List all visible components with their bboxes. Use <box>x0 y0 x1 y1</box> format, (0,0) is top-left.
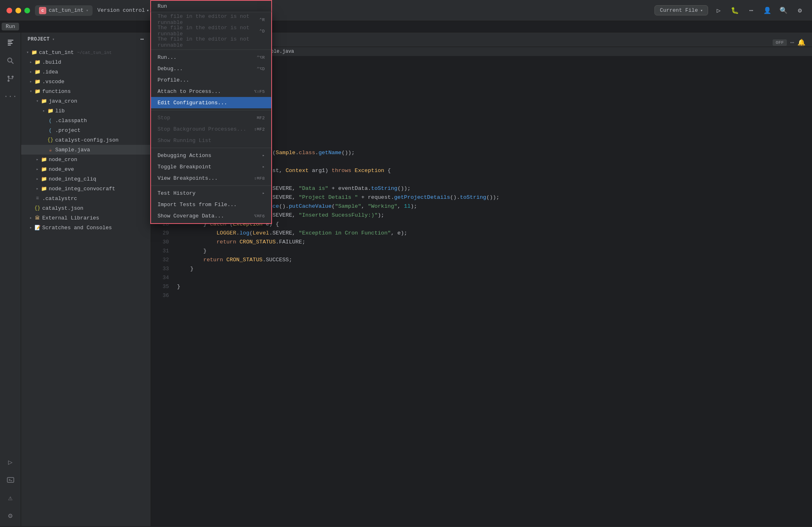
tree-item-catalyst-config[interactable]: {} catalyst-config.json <box>21 135 151 145</box>
tree-item-external-libraries[interactable]: 🏛 External Libraries <box>21 213 151 223</box>
more-editor-options[interactable]: ⋯ <box>790 39 794 47</box>
tree-item-node-integ-convocraft[interactable]: 📁 node_integ_convocraft <box>21 184 151 194</box>
run-debug-item[interactable]: Debug... ⌃⌥D <box>151 63 271 74</box>
project-icon: c <box>39 7 46 14</box>
tree-item-sample-java[interactable]: ☕ Sample.java <box>21 145 151 155</box>
debugging-actions-item[interactable]: Debugging Actions ▸ <box>151 150 271 161</box>
run-menu-disabled-2: The file in the editor is not runnable ⌃… <box>151 25 271 37</box>
attach-process-item[interactable]: Attach to Process... ⌥⇧F5 <box>151 86 271 97</box>
code-line: execute(CronRequest request, Context arg… <box>177 166 812 175</box>
tree-item-scratches[interactable]: 📝 Scratches and Consoles <box>21 223 151 232</box>
run-sidebar-icon[interactable]: ▷ <box>3 455 18 469</box>
debug-button[interactable]: 🐛 <box>729 5 741 16</box>
tree-item-project[interactable]: ( .project <box>21 125 151 135</box>
folder-icon: 📁 <box>41 185 47 192</box>
profile-icon[interactable]: 👤 <box>762 5 773 16</box>
search-sidebar-icon[interactable] <box>3 54 18 68</box>
problems-icon[interactable]: ⚠ <box>3 490 18 505</box>
folder-icon: 📁 <box>34 88 41 95</box>
more-sidebar-icon[interactable]: ··· <box>3 89 18 104</box>
sidebar-header-icons: ⋯ <box>140 36 144 43</box>
vcs-icon[interactable] <box>3 71 18 86</box>
sidebar: Project ▾ ⋯ 📁 cat_tun_int ~/cat_tun_int … <box>21 32 151 526</box>
tree-item-catalystrc[interactable]: ≡ .catalystrc <box>21 194 151 203</box>
settings-icon[interactable]: ⚙ <box>794 5 806 16</box>
run-run-item[interactable]: Run... ⌃⌥R <box>151 52 271 63</box>
activity-bar: ··· ▷ ⚠ ⚙ <box>0 32 21 526</box>
sidebar-title: Project ▾ <box>28 37 55 42</box>
code-line: } <box>177 247 812 256</box>
folder-icon: 📁 <box>41 156 47 163</box>
tree-item-root[interactable]: 📁 cat_tun_int ~/cat_tun_int <box>21 47 151 57</box>
code-line <box>177 77 812 86</box>
svg-point-4 <box>8 58 12 62</box>
folder-icon: 📁 <box>41 176 47 182</box>
sidebar-header: Project ▾ ⋯ <box>21 32 151 46</box>
code-line: return CRON_STATUS.FAILURE; <box>177 238 812 247</box>
tree-item-node-eve[interactable]: 📁 node_eve <box>21 164 151 174</box>
code-line <box>177 86 812 95</box>
tree-item-catalyst-json[interactable]: {} catalyst.json <box>21 203 151 213</box>
settings-sidebar-icon[interactable]: ⚙ <box>3 508 18 523</box>
tree-item-java-cron[interactable]: 📁 java_cron <box>21 96 151 106</box>
run-button[interactable]: ▷ <box>713 5 724 16</box>
tree-item-build[interactable]: 📁 .build <box>21 57 151 67</box>
run-menu: The file in the editor is not runnable ⌃… <box>150 12 272 224</box>
tree-arrow <box>28 88 34 95</box>
import-tests-item[interactable]: Import Tests from File... <box>151 199 271 210</box>
view-breakpoints-item[interactable]: View Breakpoints... ⇧⌘F8 <box>151 172 271 184</box>
run-profile-item[interactable]: Profile... <box>151 74 271 86</box>
close-button[interactable] <box>6 8 12 13</box>
code-line: LOGGER.log(Level.SEVERE, "Inserted Suces… <box>177 211 812 220</box>
toggle-breakpoint-item[interactable]: Toggle Breakpoint ▸ <box>151 161 271 172</box>
svg-rect-1 <box>8 41 12 42</box>
json-icon: {} <box>34 205 41 211</box>
code-line <box>177 122 812 131</box>
folder-icon: 📁 <box>41 166 47 172</box>
tree-item-idea[interactable]: 📁 .idea <box>21 67 151 77</box>
maximize-button[interactable] <box>24 8 30 13</box>
chevron-down-icon: ▾ <box>147 8 149 13</box>
tree-item-classpath[interactable]: ( .classpath <box>21 116 151 125</box>
chevron-down-icon: ▾ <box>700 8 703 13</box>
svg-rect-2 <box>8 43 13 44</box>
minimize-button[interactable] <box>15 8 21 13</box>
tree-item-lib[interactable]: 📁 lib <box>21 106 151 116</box>
code-line: } <box>177 282 812 291</box>
svg-point-7 <box>11 76 13 78</box>
code-line: } <box>177 265 812 273</box>
run-menu-disabled-1: The file in the editor is not runnable ⌃… <box>151 14 271 25</box>
tree-item-vscode[interactable]: 📁 .vscode <box>21 77 151 86</box>
more-options-button[interactable]: ⋯ <box>745 5 757 16</box>
code-line: LOGGER = Logger.getLogger(Sample.class.g… <box>177 148 812 157</box>
run-menu-item[interactable]: Run <box>2 23 19 30</box>
tree-arrow <box>28 69 34 75</box>
traffic-lights <box>6 8 30 13</box>
version-control-selector[interactable]: Version control ▾ <box>97 7 149 13</box>
code-line <box>177 175 812 184</box>
tree-arrow <box>24 49 31 56</box>
tree-arrow <box>34 185 41 192</box>
show-running-item: Show Running List <box>151 135 271 146</box>
project-selector[interactable]: c cat_tun_int ▾ <box>35 5 93 16</box>
tree-arrow <box>41 108 47 114</box>
show-coverage-item[interactable]: Show Coverage Data... ⌥⌘F6 <box>151 210 271 222</box>
tree-item-node-integ-cliq[interactable]: 📁 node_integ_cliq <box>21 174 151 184</box>
tree-arrow <box>34 166 41 172</box>
code-line: LOGGER.log(Level.SEVERE, "Data is" + eve… <box>177 184 812 193</box>
svg-rect-3 <box>8 45 11 45</box>
test-history-item[interactable]: Test History ▸ <box>151 187 271 199</box>
search-icon[interactable]: 🔍 <box>778 5 789 16</box>
explorer-icon[interactable] <box>3 36 18 50</box>
sidebar-settings-icon[interactable]: ⋯ <box>140 36 144 43</box>
edit-configurations-item[interactable]: Edit Configurations... <box>151 97 271 108</box>
chevron-down-icon: ▾ <box>86 8 89 13</box>
code-line <box>177 113 812 122</box>
terminal-icon[interactable] <box>3 473 18 487</box>
tree-item-functions[interactable]: 📁 functions <box>21 86 151 96</box>
current-file-selector[interactable]: Current File ▾ <box>654 5 708 15</box>
tree-item-node-cron[interactable]: 📁 node_cron <box>21 155 151 164</box>
code-line: LOGGER.log(Level.SEVERE, "Project Detail… <box>177 193 812 202</box>
notification-bell-icon[interactable]: 🔔 <box>797 39 806 47</box>
menu-separator-2 <box>151 110 271 110</box>
